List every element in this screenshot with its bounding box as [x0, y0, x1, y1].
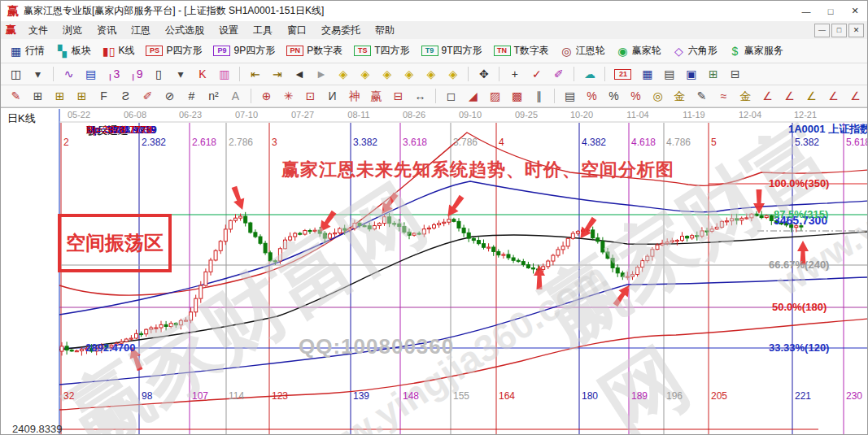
candle-body [190, 312, 193, 320]
candle-body [377, 224, 381, 226]
candle-body [388, 217, 391, 224]
candle-body [140, 333, 143, 334]
candle-body [770, 215, 773, 220]
candle-body [552, 255, 555, 261]
candle-body [735, 219, 739, 220]
candle-body [299, 233, 302, 234]
candle-body [174, 324, 177, 325]
candle-body [626, 276, 629, 277]
candle-body [517, 260, 520, 261]
candle-body [422, 229, 425, 234]
chart-canvas[interactable] [1, 1, 868, 435]
candle-body [472, 238, 475, 240]
candle-body [303, 231, 307, 235]
candle-body [308, 231, 312, 232]
candle-body [790, 225, 793, 228]
candle-body [244, 216, 247, 223]
candle-body [512, 258, 515, 260]
channel-curve [59, 319, 868, 410]
candle-body [507, 254, 510, 258]
candle-body [353, 224, 356, 228]
candle-body [457, 221, 460, 228]
candle-body [268, 253, 272, 261]
candle-body [795, 226, 798, 228]
candle-body [621, 273, 624, 276]
candle-body [780, 223, 783, 224]
candle-body [696, 236, 699, 237]
candle-body [120, 341, 123, 343]
candle-body [343, 228, 347, 230]
candle-body [115, 343, 118, 345]
candle-body [576, 232, 579, 233]
candle-body [526, 264, 530, 268]
candle-body [462, 228, 465, 233]
candle-body [194, 298, 198, 312]
candle-body [204, 272, 207, 285]
candle-body [383, 217, 386, 224]
candle-body [487, 247, 491, 248]
candle-body [80, 349, 83, 350]
candle-body [521, 262, 525, 265]
candle-body [443, 222, 446, 223]
annotation-arrow [443, 194, 467, 220]
candle-body [631, 275, 635, 276]
channel-curve [59, 277, 868, 385]
candle-body [70, 350, 73, 351]
candle-body [408, 232, 411, 235]
candle-body [715, 227, 718, 228]
candle-body [467, 233, 470, 238]
app-window: 赢 赢家江恩专业版[赢家内部服务平台] - [上证指数 SH1A0001-151… [0, 0, 868, 435]
candle-body [591, 230, 595, 238]
candle-body [755, 214, 758, 215]
candle-body [239, 216, 242, 218]
candle-body [100, 345, 103, 349]
annotation-arrow [229, 185, 247, 212]
candle-body [774, 220, 778, 223]
candle-body [731, 219, 734, 221]
candle-body [427, 228, 430, 228]
candle-body [214, 250, 217, 260]
candle-body [561, 246, 565, 250]
candle-body [150, 328, 153, 329]
annotation-arrow [126, 346, 145, 372]
candle-body [646, 256, 649, 260]
candle-body [611, 259, 614, 268]
candle-body [363, 226, 366, 227]
candle-body [254, 233, 257, 237]
candle-body [765, 215, 768, 217]
candle-body [482, 244, 486, 248]
candle-body [95, 349, 98, 351]
candle-body [65, 346, 68, 350]
candle-body [785, 224, 788, 225]
candle-body [656, 245, 659, 250]
candle-body [169, 324, 172, 327]
candle-body [145, 329, 148, 334]
candle-body [358, 224, 361, 226]
candle-body [393, 224, 396, 224]
channel-curve [59, 181, 868, 315]
candle-body [596, 238, 600, 241]
candle-body [670, 241, 674, 242]
candle-body [129, 338, 133, 339]
candle-body [477, 241, 480, 244]
candle-body [433, 225, 436, 228]
candle-body [651, 250, 654, 256]
candle-body [438, 224, 441, 225]
candle-body [289, 237, 292, 240]
candle-body [606, 252, 609, 259]
annotation-arrow [753, 189, 765, 214]
candle-body [334, 233, 337, 233]
candle-body [338, 228, 342, 233]
candle-body [725, 221, 728, 222]
candle-body [745, 218, 748, 219]
candle-body [720, 221, 723, 227]
candle-body [412, 233, 416, 235]
candle-body [566, 238, 569, 246]
candle-body [278, 249, 281, 261]
candle-body [497, 251, 500, 254]
candle-body [368, 226, 371, 229]
candle-body [665, 242, 669, 244]
candle-body [249, 223, 252, 233]
candle-body [542, 267, 545, 270]
candle-body [710, 229, 713, 232]
